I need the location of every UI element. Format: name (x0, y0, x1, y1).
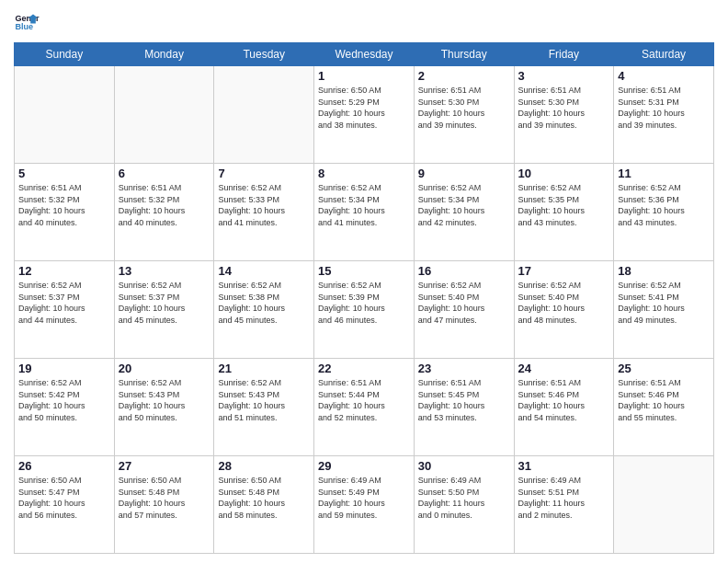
weekday-header-sunday: Sunday (15, 43, 115, 66)
day-number: 7 (218, 167, 310, 180)
day-number: 4 (618, 69, 710, 83)
day-number: 29 (318, 459, 410, 473)
day-info: Sunrise: 6:51 AM Sunset: 5:45 PM Dayligh… (418, 377, 510, 423)
weekday-header-tuesday: Tuesday (214, 43, 314, 66)
day-number: 14 (218, 264, 310, 278)
day-info: Sunrise: 6:51 AM Sunset: 5:46 PM Dayligh… (618, 377, 710, 423)
svg-text:Blue: Blue (15, 22, 33, 31)
calendar-cell: 25Sunrise: 6:51 AM Sunset: 5:46 PM Dayli… (614, 359, 714, 456)
week-row-0: 1Sunrise: 6:50 AM Sunset: 5:29 PM Daylig… (15, 66, 714, 164)
day-info: Sunrise: 6:52 AM Sunset: 5:40 PM Dayligh… (518, 280, 610, 326)
day-info: Sunrise: 6:52 AM Sunset: 5:37 PM Dayligh… (18, 280, 110, 326)
day-number: 27 (119, 459, 210, 473)
calendar-cell: 4Sunrise: 6:51 AM Sunset: 5:31 PM Daylig… (614, 66, 714, 164)
calendar-cell: 12Sunrise: 6:52 AM Sunset: 5:37 PM Dayli… (15, 261, 115, 359)
weekday-header-monday: Monday (114, 43, 214, 66)
day-info: Sunrise: 6:49 AM Sunset: 5:50 PM Dayligh… (418, 475, 510, 521)
day-number: 21 (218, 362, 310, 375)
day-info: Sunrise: 6:52 AM Sunset: 5:34 PM Dayligh… (318, 182, 410, 228)
week-row-2: 12Sunrise: 6:52 AM Sunset: 5:37 PM Dayli… (15, 261, 714, 359)
day-info: Sunrise: 6:50 AM Sunset: 5:47 PM Dayligh… (18, 475, 110, 521)
calendar-cell: 14Sunrise: 6:52 AM Sunset: 5:38 PM Dayli… (214, 261, 314, 359)
day-number: 20 (119, 362, 210, 375)
day-number: 24 (518, 362, 610, 375)
day-number: 5 (18, 167, 110, 180)
calendar-cell (614, 456, 714, 554)
calendar-cell: 19Sunrise: 6:52 AM Sunset: 5:42 PM Dayli… (15, 359, 115, 456)
day-number: 11 (618, 167, 710, 180)
calendar-cell: 16Sunrise: 6:52 AM Sunset: 5:40 PM Dayli… (414, 261, 514, 359)
day-number: 26 (18, 459, 110, 473)
day-number: 6 (119, 167, 210, 180)
day-info: Sunrise: 6:50 AM Sunset: 5:48 PM Dayligh… (119, 475, 210, 521)
day-number: 17 (518, 264, 610, 278)
calendar-cell: 6Sunrise: 6:51 AM Sunset: 5:32 PM Daylig… (114, 164, 214, 261)
calendar-cell: 5Sunrise: 6:51 AM Sunset: 5:32 PM Daylig… (15, 164, 115, 261)
calendar-cell: 29Sunrise: 6:49 AM Sunset: 5:49 PM Dayli… (314, 456, 415, 554)
calendar-cell: 28Sunrise: 6:50 AM Sunset: 5:48 PM Dayli… (214, 456, 314, 554)
day-info: Sunrise: 6:52 AM Sunset: 5:36 PM Dayligh… (618, 182, 710, 228)
day-info: Sunrise: 6:51 AM Sunset: 5:30 PM Dayligh… (418, 85, 510, 131)
day-info: Sunrise: 6:49 AM Sunset: 5:49 PM Dayligh… (318, 475, 410, 521)
day-number: 2 (418, 69, 510, 83)
day-info: Sunrise: 6:52 AM Sunset: 5:38 PM Dayligh… (218, 280, 310, 326)
day-number: 9 (418, 167, 510, 180)
calendar-cell: 22Sunrise: 6:51 AM Sunset: 5:44 PM Dayli… (314, 359, 415, 456)
day-info: Sunrise: 6:51 AM Sunset: 5:32 PM Dayligh… (119, 182, 210, 228)
weekday-header-saturday: Saturday (614, 43, 714, 66)
day-number: 15 (318, 264, 410, 278)
day-number: 12 (18, 264, 110, 278)
calendar-cell: 17Sunrise: 6:52 AM Sunset: 5:40 PM Dayli… (514, 261, 614, 359)
calendar-cell: 23Sunrise: 6:51 AM Sunset: 5:45 PM Dayli… (414, 359, 514, 456)
calendar-cell: 20Sunrise: 6:52 AM Sunset: 5:43 PM Dayli… (114, 359, 214, 456)
day-info: Sunrise: 6:52 AM Sunset: 5:43 PM Dayligh… (218, 377, 310, 423)
calendar-cell: 18Sunrise: 6:52 AM Sunset: 5:41 PM Dayli… (614, 261, 714, 359)
day-info: Sunrise: 6:51 AM Sunset: 5:46 PM Dayligh… (518, 377, 610, 423)
day-info: Sunrise: 6:52 AM Sunset: 5:39 PM Dayligh… (318, 280, 410, 326)
day-number: 18 (618, 264, 710, 278)
day-info: Sunrise: 6:51 AM Sunset: 5:30 PM Dayligh… (518, 85, 610, 131)
calendar-cell: 31Sunrise: 6:49 AM Sunset: 5:51 PM Dayli… (514, 456, 614, 554)
weekday-header-row: SundayMondayTuesdayWednesdayThursdayFrid… (15, 43, 714, 66)
day-info: Sunrise: 6:50 AM Sunset: 5:29 PM Dayligh… (318, 85, 410, 131)
calendar-cell (214, 66, 314, 164)
week-row-1: 5Sunrise: 6:51 AM Sunset: 5:32 PM Daylig… (15, 164, 714, 261)
weekday-header-wednesday: Wednesday (314, 43, 415, 66)
day-info: Sunrise: 6:52 AM Sunset: 5:37 PM Dayligh… (119, 280, 210, 326)
day-number: 1 (318, 69, 410, 83)
calendar-cell: 26Sunrise: 6:50 AM Sunset: 5:47 PM Dayli… (15, 456, 115, 554)
day-number: 22 (318, 362, 410, 375)
day-number: 13 (119, 264, 210, 278)
week-row-3: 19Sunrise: 6:52 AM Sunset: 5:42 PM Dayli… (15, 359, 714, 456)
day-number: 30 (418, 459, 510, 473)
day-info: Sunrise: 6:51 AM Sunset: 5:31 PM Dayligh… (618, 85, 710, 131)
calendar-cell: 9Sunrise: 6:52 AM Sunset: 5:34 PM Daylig… (414, 164, 514, 261)
day-number: 19 (18, 362, 110, 375)
calendar-cell (114, 66, 214, 164)
weekday-header-friday: Friday (514, 43, 614, 66)
day-info: Sunrise: 6:50 AM Sunset: 5:48 PM Dayligh… (218, 475, 310, 521)
day-number: 10 (518, 167, 610, 180)
day-info: Sunrise: 6:52 AM Sunset: 5:43 PM Dayligh… (119, 377, 210, 423)
day-number: 8 (318, 167, 410, 180)
day-info: Sunrise: 6:51 AM Sunset: 5:44 PM Dayligh… (318, 377, 410, 423)
calendar-cell: 15Sunrise: 6:52 AM Sunset: 5:39 PM Dayli… (314, 261, 415, 359)
calendar-cell: 2Sunrise: 6:51 AM Sunset: 5:30 PM Daylig… (414, 66, 514, 164)
calendar-cell: 3Sunrise: 6:51 AM Sunset: 5:30 PM Daylig… (514, 66, 614, 164)
calendar-cell: 1Sunrise: 6:50 AM Sunset: 5:29 PM Daylig… (314, 66, 415, 164)
day-info: Sunrise: 6:52 AM Sunset: 5:42 PM Dayligh… (18, 377, 110, 423)
calendar-cell: 11Sunrise: 6:52 AM Sunset: 5:36 PM Dayli… (614, 164, 714, 261)
day-number: 16 (418, 264, 510, 278)
day-number: 28 (218, 459, 310, 473)
day-info: Sunrise: 6:52 AM Sunset: 5:41 PM Dayligh… (618, 280, 710, 326)
calendar-cell: 30Sunrise: 6:49 AM Sunset: 5:50 PM Dayli… (414, 456, 514, 554)
day-info: Sunrise: 6:52 AM Sunset: 5:33 PM Dayligh… (218, 182, 310, 228)
calendar-cell (15, 66, 115, 164)
calendar-cell: 8Sunrise: 6:52 AM Sunset: 5:34 PM Daylig… (314, 164, 415, 261)
day-number: 31 (518, 459, 610, 473)
day-number: 3 (518, 69, 610, 83)
calendar-cell: 13Sunrise: 6:52 AM Sunset: 5:37 PM Dayli… (114, 261, 214, 359)
logo: General Blue (14, 9, 40, 35)
calendar-cell: 27Sunrise: 6:50 AM Sunset: 5:48 PM Dayli… (114, 456, 214, 554)
logo-icon: General Blue (14, 9, 40, 35)
